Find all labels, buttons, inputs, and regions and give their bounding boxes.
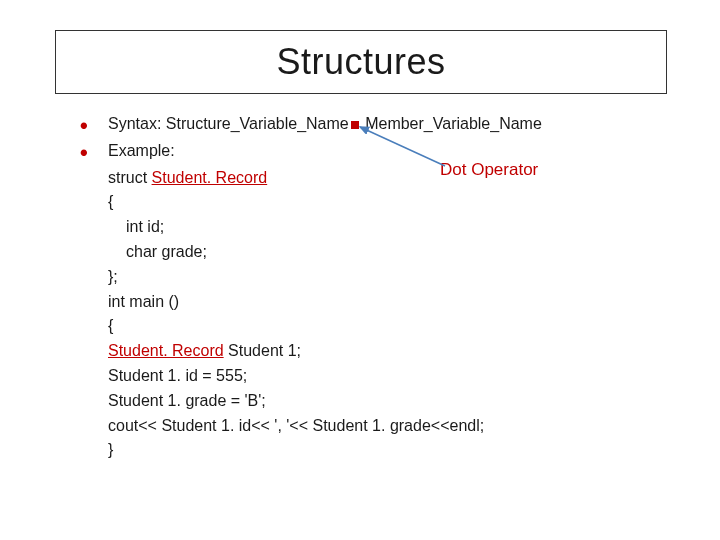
code-line-9: Student 1. id = 555; — [108, 364, 680, 389]
code-line-8: Student. Record Student 1; — [108, 339, 680, 364]
syntax-text-left: Syntax: Structure_Variable_Name — [108, 115, 349, 132]
title-box: Structures — [55, 30, 667, 94]
code-var-decl: Student 1; — [224, 342, 301, 359]
code-line-10: Student 1. grade = 'B'; — [108, 389, 680, 414]
code-line-6: int main () — [108, 290, 680, 315]
code-line-4: char grade; — [108, 240, 680, 265]
content-area: Syntax: Structure_Variable_Name Member_V… — [80, 112, 680, 463]
code-block: struct Student. Record { int id; char gr… — [80, 166, 680, 464]
slide: Structures Syntax: Structure_Variable_Na… — [0, 0, 720, 540]
code-member-id: int id; — [126, 218, 164, 235]
bullet-example: Example: — [80, 139, 680, 164]
dot-square-icon — [351, 121, 359, 129]
code-member-grade: char grade; — [126, 243, 207, 260]
code-kw-struct: struct — [108, 169, 152, 186]
code-type-ref: Student. Record — [108, 342, 224, 359]
code-line-1: struct Student. Record — [108, 166, 680, 191]
annotation-dot-operator: Dot Operator — [440, 160, 538, 180]
bullet-list: Syntax: Structure_Variable_Name Member_V… — [80, 112, 680, 164]
code-line-2: { — [108, 190, 680, 215]
code-line-11: cout<< Student 1. id<< ', '<< Student 1.… — [108, 414, 680, 439]
code-line-7: { — [108, 314, 680, 339]
bullet-syntax: Syntax: Structure_Variable_Name Member_V… — [80, 112, 680, 137]
code-line-5: }; — [108, 265, 680, 290]
example-label: Example: — [108, 142, 175, 159]
code-line-12: } — [108, 438, 680, 463]
syntax-text-right: Member_Variable_Name — [361, 115, 542, 132]
code-type-studentrecord: Student. Record — [152, 169, 268, 186]
code-line-3: int id; — [108, 215, 680, 240]
page-title: Structures — [276, 41, 445, 83]
